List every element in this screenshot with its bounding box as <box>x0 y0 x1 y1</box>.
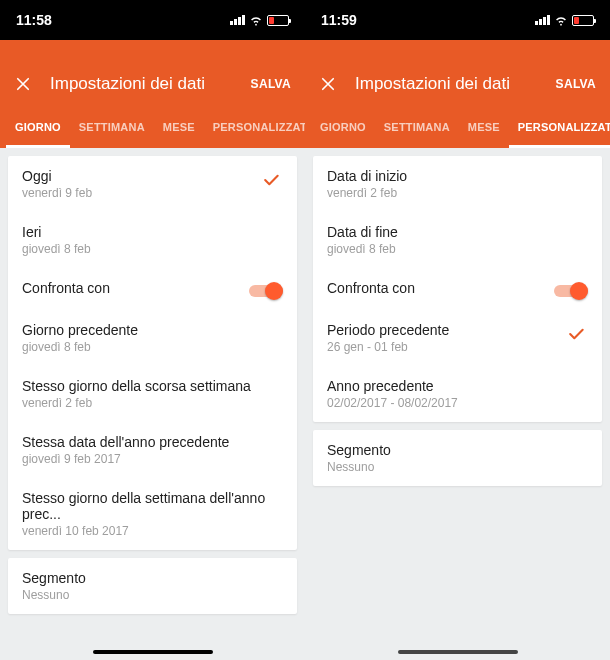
status-time: 11:59 <box>321 12 357 28</box>
option-title: Data di fine <box>327 224 588 240</box>
option-title: Ieri <box>22 224 283 240</box>
option-title: Stesso giorno della scorsa settimana <box>22 378 283 394</box>
option-title: Oggi <box>22 168 283 184</box>
check-icon <box>566 324 586 344</box>
status-icons <box>230 13 289 27</box>
signal-icon <box>230 15 245 25</box>
option-title: Stessa data dell'anno precedente <box>22 434 283 450</box>
tabs: GIORNO SETTIMANA MESE PERSONALIZZATO <box>305 108 610 148</box>
segment-title: Segmento <box>22 570 283 586</box>
battery-icon <box>267 15 289 26</box>
option-sub: giovedì 8 feb <box>22 340 283 354</box>
option-sub: giovedì 8 feb <box>327 242 588 256</box>
tab-settimana[interactable]: SETTIMANA <box>375 108 459 148</box>
segment-row[interactable]: Segmento Nessuno <box>313 430 602 486</box>
check-icon <box>261 170 281 190</box>
close-icon[interactable] <box>319 75 337 93</box>
option-title: Anno precedente <box>327 378 588 394</box>
option-prev-day[interactable]: Giorno precedente giovedì 8 feb <box>8 310 297 366</box>
option-prev-period[interactable]: Periodo precedente 26 gen - 01 feb <box>313 310 602 366</box>
option-prev-year[interactable]: Anno precedente 02/02/2017 - 08/02/2017 <box>313 366 602 422</box>
wifi-icon <box>554 13 568 27</box>
home-indicator[interactable] <box>93 650 213 654</box>
option-sub: venerdì 2 feb <box>327 186 588 200</box>
option-title: Stesso giorno della settimana dell'anno … <box>22 490 283 522</box>
option-sub: venerdì 2 feb <box>22 396 283 410</box>
option-same-day-last-week[interactable]: Stesso giorno della scorsa settimana ven… <box>8 366 297 422</box>
signal-icon <box>535 15 550 25</box>
status-bar: 11:59 <box>305 0 610 40</box>
compare-switch[interactable] <box>554 282 588 300</box>
status-time: 11:58 <box>16 12 52 28</box>
tab-giorno[interactable]: GIORNO <box>6 108 70 148</box>
option-sub: 02/02/2017 - 08/02/2017 <box>327 396 588 410</box>
option-title: Periodo precedente <box>327 322 588 338</box>
compare-label: Confronta con <box>327 280 588 296</box>
tab-giorno[interactable]: GIORNO <box>311 108 375 148</box>
option-sub: giovedì 8 feb <box>22 242 283 256</box>
segment-title: Segmento <box>327 442 588 458</box>
option-sub: venerdì 10 feb 2017 <box>22 524 283 538</box>
tab-mese[interactable]: MESE <box>459 108 509 148</box>
option-sub: 26 gen - 01 feb <box>327 340 588 354</box>
compare-label: Confronta con <box>22 280 283 296</box>
option-ieri[interactable]: Ieri giovedì 8 feb <box>8 212 297 268</box>
tab-settimana[interactable]: SETTIMANA <box>70 108 154 148</box>
tabs: GIORNO SETTIMANA MESE PERSONALIZZATO <box>0 108 305 148</box>
status-bar: 11:58 <box>0 0 305 40</box>
tab-personalizzato[interactable]: PERSONALIZZATO <box>204 108 305 148</box>
save-button[interactable]: SALVA <box>556 77 596 91</box>
page-title: Impostazioni dei dati <box>355 74 556 94</box>
status-icons <box>535 13 594 27</box>
compare-switch[interactable] <box>249 282 283 300</box>
segment-value: Nessuno <box>22 588 283 602</box>
segment-row[interactable]: Segmento Nessuno <box>8 558 297 614</box>
close-icon[interactable] <box>14 75 32 93</box>
page-title: Impostazioni dei dati <box>50 74 251 94</box>
tab-mese[interactable]: MESE <box>154 108 204 148</box>
option-oggi[interactable]: Oggi venerdì 9 feb <box>8 156 297 212</box>
option-title: Data di inizio <box>327 168 588 184</box>
option-same-weekday-last-year[interactable]: Stesso giorno della settimana dell'anno … <box>8 478 297 550</box>
option-sub: venerdì 9 feb <box>22 186 283 200</box>
segment-value: Nessuno <box>327 460 588 474</box>
end-date-row[interactable]: Data di fine giovedì 8 feb <box>313 212 602 268</box>
compare-row: Confronta con <box>8 268 297 310</box>
tab-personalizzato[interactable]: PERSONALIZZATO <box>509 108 610 148</box>
wifi-icon <box>249 13 263 27</box>
option-title: Giorno precedente <box>22 322 283 338</box>
start-date-row[interactable]: Data di inizio venerdì 2 feb <box>313 156 602 212</box>
option-sub: giovedì 9 feb 2017 <box>22 452 283 466</box>
compare-row: Confronta con <box>313 268 602 310</box>
home-indicator[interactable] <box>398 650 518 654</box>
option-same-date-last-year[interactable]: Stessa data dell'anno precedente giovedì… <box>8 422 297 478</box>
battery-icon <box>572 15 594 26</box>
save-button[interactable]: SALVA <box>251 77 291 91</box>
